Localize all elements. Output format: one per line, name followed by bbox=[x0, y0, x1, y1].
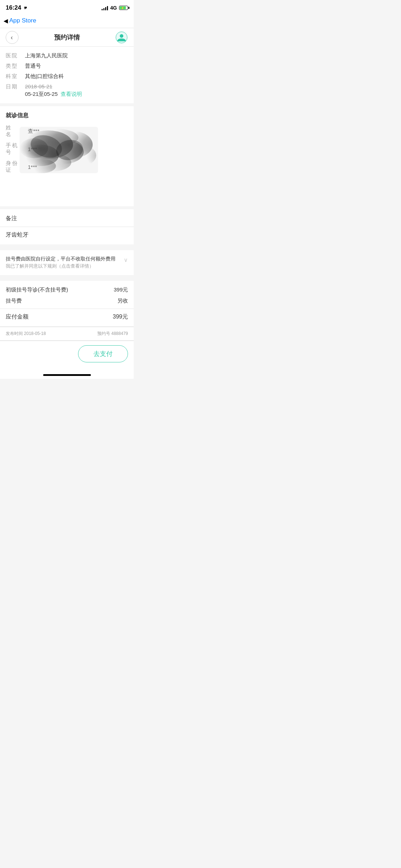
fee-item-name-1: 挂号费 bbox=[6, 298, 22, 304]
app-store-link[interactable]: App Store bbox=[9, 17, 36, 24]
order-number: 预约号 4888479 bbox=[97, 331, 128, 337]
fee-item-row-1: 挂号费 另收 bbox=[6, 298, 128, 304]
fee-total-row: 应付金额 399元 bbox=[6, 313, 128, 321]
fee-breakdown-section: 初级挂号导诊(不含挂号费) 399元 挂号费 另收 应付金额 399元 bbox=[0, 281, 134, 327]
avatar-button[interactable] bbox=[115, 31, 128, 44]
hospital-label: 医院 bbox=[6, 52, 21, 59]
fee-item-row-0: 初级挂号导诊(不含挂号费) 399元 bbox=[6, 286, 128, 293]
pay-button-bar: 去支付 bbox=[0, 341, 134, 367]
type-value: 普通号 bbox=[25, 63, 128, 69]
status-bar: 16:24 ↗ 4G ⚡ bbox=[0, 0, 134, 16]
status-time: 16:24 ↗ bbox=[6, 4, 27, 11]
fee-total-value: 399元 bbox=[113, 313, 128, 321]
svg-point-3 bbox=[120, 34, 123, 38]
fee-notice-main-text: 挂号费由医院自行设定，平台不收取任何额外费用 bbox=[6, 256, 121, 262]
fee-notice-sub-text[interactable]: 我已了解并同意以下规则（点击查看详情） bbox=[6, 263, 121, 269]
date-row: 日期 2018-05-21 05-21至05-25 查看说明 bbox=[6, 83, 128, 98]
remarks-section: 备注 牙齿蛀牙 bbox=[0, 209, 134, 247]
date-label: 日期 bbox=[6, 83, 21, 90]
department-label: 科室 bbox=[6, 73, 21, 80]
chevron-left-icon: ‹ bbox=[11, 34, 13, 41]
bottom-info-bar: 发布时间 2018-05-18 预约号 4888479 bbox=[0, 327, 134, 341]
date-range-row: 05-21至05-25 查看说明 bbox=[25, 91, 82, 98]
type-row: 类型 普通号 bbox=[6, 63, 128, 69]
fee-item-value-1: 另收 bbox=[117, 298, 128, 304]
privacy-overlay bbox=[20, 127, 98, 173]
chevron-down-icon[interactable]: ∨ bbox=[124, 257, 128, 263]
fee-item-value-0: 399元 bbox=[114, 286, 128, 293]
publish-time: 发布时间 2018-05-18 bbox=[6, 331, 46, 337]
type-label: 类型 bbox=[6, 63, 21, 69]
app-store-bar[interactable]: ◀ App Store bbox=[0, 16, 134, 28]
network-label: 4G bbox=[110, 5, 117, 11]
divider bbox=[0, 227, 134, 227]
fee-notice-text-block: 挂号费由医院自行设定，平台不收取任何额外费用 我已了解并同意以下规则（点击查看详… bbox=[6, 256, 121, 269]
fee-section-divider bbox=[0, 309, 134, 309]
hospital-row: 医院 上海第九人民医院 bbox=[6, 52, 128, 59]
department-value: 其他|口腔综合科 bbox=[25, 73, 128, 80]
remarks-content: 牙齿蛀牙 bbox=[6, 231, 128, 239]
fee-item-name-0: 初级挂号导诊(不含挂号费) bbox=[6, 286, 68, 293]
back-arrow-icon: ◀ bbox=[4, 17, 8, 24]
location-icon: ↗ bbox=[23, 6, 27, 10]
date-range: 05-21至05-25 bbox=[25, 91, 58, 98]
remarks-title: 备注 bbox=[6, 215, 128, 222]
patient-info-title: 就诊信息 bbox=[6, 112, 128, 119]
svg-text:↗: ↗ bbox=[24, 6, 27, 10]
home-bar bbox=[43, 374, 91, 376]
user-avatar-icon bbox=[115, 31, 128, 43]
status-right: 4G ⚡ bbox=[102, 5, 128, 11]
fee-total-label: 应付金额 bbox=[6, 313, 29, 321]
department-row: 科室 其他|口腔综合科 bbox=[6, 73, 128, 80]
hospital-value: 上海第九人民医院 bbox=[25, 52, 128, 59]
pay-button[interactable]: 去支付 bbox=[78, 345, 128, 362]
date-original: 2018-05-21 bbox=[25, 83, 82, 89]
appointment-details-section: 医院 上海第九人民医院 类型 普通号 科室 其他|口腔综合科 日期 2018-0… bbox=[0, 47, 134, 106]
back-button[interactable]: ‹ bbox=[6, 31, 19, 44]
page-title: 预约详情 bbox=[54, 33, 80, 42]
battery-icon: ⚡ bbox=[119, 6, 128, 10]
fee-notice-header: 挂号费由医院自行设定，平台不收取任何额外费用 我已了解并同意以下规则（点击查看详… bbox=[6, 256, 128, 269]
patient-info-section: 就诊信息 姓 名 查*** 手机号 1*** 身份证 1*** bbox=[0, 106, 134, 209]
nav-header: ‹ 预约详情 bbox=[0, 28, 134, 47]
fee-notice-section: 挂号费由医院自行设定，平台不收取任何额外费用 我已了解并同意以下规则（点击查看详… bbox=[0, 250, 134, 278]
home-indicator bbox=[0, 367, 134, 379]
signal-icon bbox=[102, 5, 108, 10]
view-desc-link[interactable]: 查看说明 bbox=[61, 91, 82, 98]
